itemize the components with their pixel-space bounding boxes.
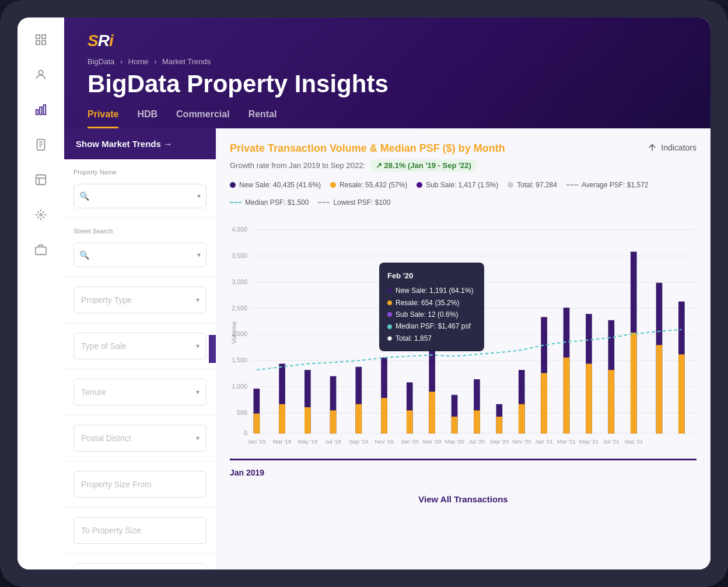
svg-text:3,000: 3,000 <box>232 278 247 285</box>
svg-rect-0 <box>36 35 40 39</box>
legend-median-psf: Median PSF: $1,500 <box>230 198 309 207</box>
svg-text:Volume: Volume <box>230 322 237 344</box>
legend-lowest-psf-line <box>318 202 330 203</box>
street-search-section: Street Search 🔍 ▾ <box>64 218 216 277</box>
svg-rect-67 <box>608 370 615 434</box>
tenure-section: Tenure <box>64 369 216 415</box>
svg-rect-51 <box>429 392 435 434</box>
planning-area-select[interactable]: Planning Area <box>74 563 206 569</box>
svg-text:Jul '20: Jul '20 <box>469 438 485 445</box>
svg-rect-2 <box>36 41 40 44</box>
svg-text:Mar '21: Mar '21 <box>557 438 576 445</box>
tab-rental[interactable]: Rental <box>249 109 277 128</box>
sidebar-nav <box>18 18 64 569</box>
game-icon[interactable] <box>30 204 51 225</box>
chart-subtitle: Growth rate from Jan 2019 to Sep 2022: ↗… <box>230 159 696 172</box>
breadcrumb-market-trends[interactable]: Market Trends <box>162 57 211 66</box>
type-of-sale-section: Type of Sale <box>64 323 216 369</box>
svg-rect-69 <box>631 333 637 434</box>
header: SRi BigData › Home › Market Trends BigDa… <box>64 18 710 128</box>
legend-avg-psf: Average PSF: $1,572 <box>566 181 649 189</box>
breadcrumb-bigdata[interactable]: BigData <box>88 57 114 66</box>
postal-district-wrapper: Postal District <box>74 425 206 452</box>
street-search-input[interactable] <box>74 243 206 267</box>
svg-text:2,500: 2,500 <box>232 305 247 312</box>
legend-total: Total: 97,284 <box>508 181 557 189</box>
svg-text:Sep '20: Sep '20 <box>490 438 509 445</box>
property-type-select[interactable]: Property Type <box>74 286 206 313</box>
indicators-button[interactable]: Indicators <box>647 142 696 153</box>
property-name-section: Property Name 🔍 ▾ <box>64 159 216 218</box>
street-search-wrapper: 🔍 ▾ <box>74 243 206 267</box>
svg-rect-57 <box>496 417 503 434</box>
legend-resale-dot <box>330 182 336 188</box>
postal-district-section: Postal District <box>64 415 216 462</box>
tab-hdb[interactable]: HDB <box>137 109 158 128</box>
tab-commercial[interactable]: Commercial <box>176 109 230 128</box>
property-type-section: Property Type <box>64 277 216 323</box>
footer-bar-label: Jan 2019 <box>230 468 264 477</box>
breadcrumb: BigData › Home › Market Trends <box>88 57 687 66</box>
legend-total-dot <box>508 182 513 188</box>
chart-bar-icon[interactable] <box>30 99 51 120</box>
chart-legend: New Sale: 40,435 (41.6%) Resale: 55,432 … <box>230 181 696 207</box>
user-icon[interactable] <box>30 64 51 85</box>
svg-text:1,500: 1,500 <box>232 357 247 364</box>
to-property-size-input[interactable] <box>74 517 206 544</box>
street-search-icon: 🔍 <box>79 250 89 260</box>
grid-icon[interactable] <box>30 29 51 50</box>
svg-text:Jan '19: Jan '19 <box>248 438 266 445</box>
property-search-icon: 🔍 <box>79 191 89 201</box>
filter-collapse-toggle[interactable]: ‹ <box>209 335 216 363</box>
svg-rect-3 <box>42 41 46 44</box>
street-search-label: Street Search <box>74 228 206 235</box>
svg-rect-41 <box>304 407 311 434</box>
legend-new-sale-dot <box>230 182 236 188</box>
svg-rect-5 <box>36 110 38 114</box>
svg-text:500: 500 <box>237 409 247 416</box>
logo-text: SRi <box>88 32 113 50</box>
svg-rect-1 <box>42 35 46 39</box>
property-name-wrapper: 🔍 ▾ <box>74 184 206 208</box>
svg-rect-71 <box>656 345 663 434</box>
svg-rect-45 <box>355 404 362 434</box>
chart-title: Private Transaction Volume & Median PSF … <box>230 142 505 155</box>
svg-text:Jul '21: Jul '21 <box>603 438 619 445</box>
svg-point-15 <box>40 214 42 216</box>
tab-private[interactable]: Private <box>88 109 118 128</box>
breadcrumb-home[interactable]: Home <box>128 57 149 66</box>
property-size-from-input[interactable] <box>74 471 206 498</box>
device-frame: SRi BigData › Home › Market Trends BigDa… <box>0 0 728 587</box>
svg-rect-73 <box>678 355 685 434</box>
legend-avg-psf-line <box>566 184 578 186</box>
main-content: SRi BigData › Home › Market Trends BigDa… <box>64 18 710 569</box>
briefcase-icon[interactable] <box>30 239 51 260</box>
type-of-sale-select[interactable]: Type of Sale <box>74 333 206 359</box>
chart-area: Private Transaction Volume & Median PSF … <box>216 128 710 569</box>
view-all-transactions-button[interactable]: View All Transactions <box>230 487 696 511</box>
tenure-select[interactable]: Tenure <box>74 379 206 406</box>
news-icon[interactable] <box>30 169 51 190</box>
svg-text:0: 0 <box>244 429 247 436</box>
page-title: BigData Property Insights <box>88 71 687 97</box>
svg-rect-55 <box>474 411 480 434</box>
to-property-size-section <box>64 508 216 554</box>
svg-rect-7 <box>44 105 46 115</box>
show-market-trends-button[interactable]: Show Market Trends → <box>64 128 216 159</box>
svg-text:May '19: May '19 <box>298 438 317 445</box>
device-inner: SRi BigData › Home › Market Trends BigDa… <box>18 18 710 569</box>
svg-text:Sep '21: Sep '21 <box>624 438 643 445</box>
document-icon[interactable] <box>30 134 51 155</box>
planning-area-section: Planning Area <box>64 554 216 569</box>
logo: SRi <box>88 32 687 50</box>
growth-badge: ↗ 28.1% (Jan '19 - Sep '22) <box>370 159 477 172</box>
legend-lowest-psf: Lowest PSF: $100 <box>318 198 390 207</box>
legend-sub-sale-dot <box>416 182 422 188</box>
bar-chart: 4,000 3,500 3,000 2,500 2,000 1,500 1,00… <box>230 216 696 449</box>
svg-text:May '20: May '20 <box>444 438 464 445</box>
legend-new-sale: New Sale: 40,435 (41.6%) <box>230 181 321 189</box>
postal-district-select[interactable]: Postal District <box>74 425 206 452</box>
svg-text:Mar '19: Mar '19 <box>273 438 292 445</box>
property-name-input[interactable] <box>74 184 206 208</box>
svg-rect-53 <box>452 417 458 434</box>
